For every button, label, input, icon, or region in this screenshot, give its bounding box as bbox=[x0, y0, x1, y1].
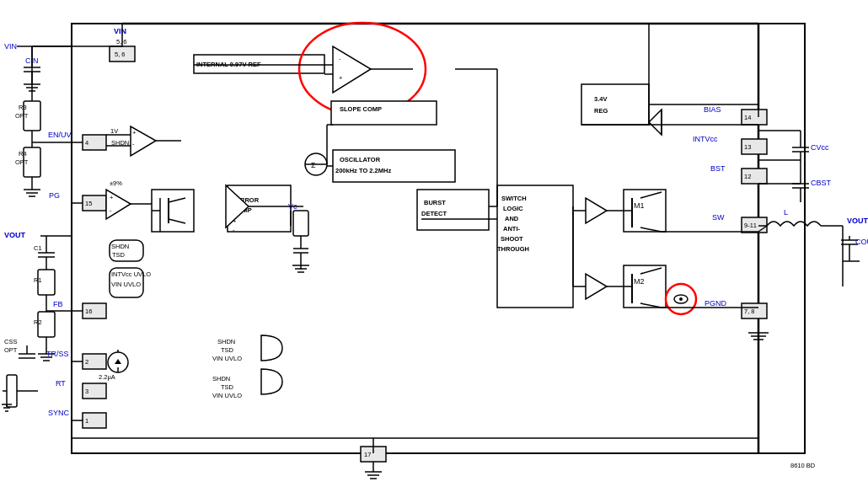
sigma-text: Σ bbox=[311, 161, 316, 169]
r1-label: R1 bbox=[34, 276, 42, 284]
pgnd-pin-num: 7, 8 bbox=[744, 308, 755, 315]
fb-pin-num: 16 bbox=[85, 308, 92, 315]
sync-pin-num: 1 bbox=[85, 417, 88, 425]
and-gate1 bbox=[261, 335, 282, 361]
current-val: 2.2μA bbox=[99, 373, 115, 381]
sync-label: SYNC bbox=[48, 409, 70, 417]
main-comp bbox=[333, 46, 371, 93]
fb-label: FB bbox=[53, 300, 63, 308]
bst-label: BST bbox=[710, 164, 726, 173]
tsd3-label: TSD bbox=[221, 383, 234, 391]
r2-label: R2 bbox=[34, 318, 42, 326]
r3-label: R3 bbox=[19, 104, 27, 111]
vout-right-label: VOUT bbox=[847, 217, 868, 225]
rt-pin-num: 3 bbox=[85, 388, 88, 395]
intvcc-pin-num: 13 bbox=[744, 143, 751, 151]
comp-res-box bbox=[293, 211, 308, 236]
sw-logic-text3: AND bbox=[505, 215, 519, 222]
sw-logic-text5: SHOOT bbox=[501, 235, 523, 243]
pg-label: PG bbox=[49, 191, 60, 200]
cbst-label: CBST bbox=[811, 179, 832, 187]
reg34v-text1: 3.4V bbox=[594, 95, 607, 103]
trss-pin-num: 2 bbox=[85, 358, 88, 366]
gate1-text1: SHDN bbox=[111, 243, 129, 250]
vout-left-label: VOUT bbox=[4, 231, 26, 239]
gate1-text2: TSD bbox=[112, 251, 126, 259]
c1-label: C1 bbox=[34, 244, 42, 252]
reg34v-box bbox=[581, 84, 649, 125]
sw-logic-text4: ANTI- bbox=[503, 225, 520, 233]
diode1 bbox=[649, 110, 662, 135]
intvcc-label: INTVcc bbox=[693, 135, 718, 143]
gnd-pin-num: 17 bbox=[364, 451, 371, 458]
cvcc-label: CVcc bbox=[811, 143, 829, 152]
sw-label: SW bbox=[712, 213, 725, 222]
sw-pin-num: 9-11 bbox=[744, 222, 757, 229]
percent-label: ±9% bbox=[110, 179, 122, 187]
circuit-diagram: VIN CIN R3 OPT R4 OPT VIN 5, 6 5, 6 4 EN… bbox=[0, 0, 868, 487]
m1-driver-tri bbox=[586, 198, 607, 223]
enuvlabel: EN/UV bbox=[48, 131, 72, 139]
m2-driver-tri bbox=[586, 274, 607, 299]
burst-text2: DETECT bbox=[421, 210, 447, 217]
tsd2-label: TSD bbox=[221, 346, 234, 354]
pg-pin-num: 15 bbox=[85, 200, 92, 207]
comp-plus: + bbox=[132, 129, 137, 136]
sw-logic-text6: THROUGH bbox=[497, 245, 529, 253]
rt-res-box bbox=[7, 375, 17, 407]
r4-label: R4 bbox=[19, 150, 27, 158]
l-label: L bbox=[784, 208, 788, 217]
gate2-text2: VIN UVLO bbox=[111, 281, 141, 288]
r3-opt: OPT bbox=[15, 112, 29, 120]
shdn2-label: SHDN bbox=[217, 338, 235, 345]
vin-pin-num: 5, 6 bbox=[115, 51, 126, 58]
oscillator-box bbox=[333, 150, 455, 182]
m2-label: M2 bbox=[634, 277, 645, 286]
cout-label: COUT bbox=[855, 238, 868, 246]
pgcomp-top: + bbox=[110, 194, 114, 201]
onev-label: 1V bbox=[110, 127, 118, 135]
slope-comp-text: SLOPE COMP bbox=[340, 105, 382, 113]
bst-pin-num: 12 bbox=[744, 173, 751, 180]
bias-pin-num: 14 bbox=[744, 114, 751, 121]
vin-left-label: VIN bbox=[4, 42, 17, 51]
and-gate2 bbox=[261, 369, 282, 394]
osc-text2: 200kHz TO 2.2MHz bbox=[335, 167, 391, 174]
shdn3-label: SHDN bbox=[212, 375, 230, 383]
css-opt: OPT bbox=[4, 346, 18, 354]
sw-logic-text1: SWITCH bbox=[501, 195, 527, 202]
ic-border bbox=[72, 24, 805, 453]
trss-label: TR/SS bbox=[46, 350, 69, 358]
gate2-text1: INTVcc UVLO bbox=[111, 270, 151, 278]
m2-pupil bbox=[679, 297, 683, 301]
burst-text1: BURST bbox=[424, 199, 446, 206]
vin-uvlo3-label: VIN UVLO bbox=[212, 392, 242, 399]
vin-uvlo2-label: VIN UVLO bbox=[212, 355, 242, 362]
pin4-text: 4 bbox=[85, 139, 88, 147]
rt-label: RT bbox=[56, 379, 66, 388]
osc-text1: OSCILLATOR bbox=[340, 156, 381, 163]
inductor-l bbox=[767, 222, 821, 226]
shdn-label: SHDN bbox=[111, 139, 129, 147]
pgnd-label: PGND bbox=[705, 299, 727, 308]
r4-opt: OPT bbox=[15, 158, 29, 166]
partnum-label: 8610 BD bbox=[790, 462, 816, 469]
reg34v-text2: REG bbox=[594, 107, 608, 115]
comp-main-plus: + bbox=[339, 74, 343, 82]
m1-label: M1 bbox=[634, 201, 645, 210]
css-label: CSS bbox=[4, 338, 17, 345]
bias-label: BIAS bbox=[704, 105, 721, 114]
sw-logic-text2: LOGIC bbox=[503, 205, 523, 212]
vin-pin-label: VIN bbox=[114, 27, 126, 35]
